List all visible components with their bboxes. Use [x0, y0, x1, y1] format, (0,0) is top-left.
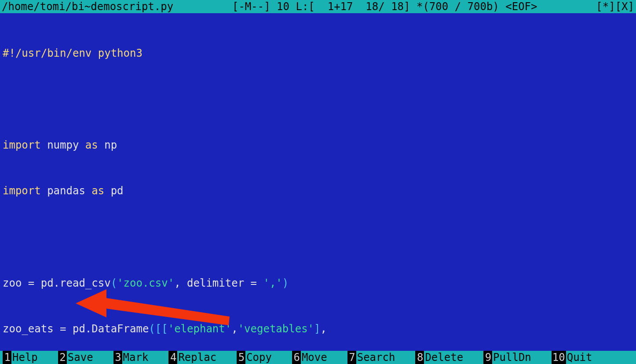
- fkey-move[interactable]: 6Move: [292, 351, 327, 364]
- shebang-text: #!/usr/bin/env python3: [3, 47, 143, 59]
- code-line[interactable]: zoo = pd.read_csv('zoo.csv', delimiter =…: [3, 276, 633, 291]
- editor-titlebar: /home/tomi/bi~demoscript.py [-M--] 10 L:…: [0, 0, 636, 13]
- fkey-quit[interactable]: 10Quit: [552, 351, 592, 364]
- fkey-help[interactable]: 1Help: [3, 351, 38, 364]
- fkey-search[interactable]: 7Search: [347, 351, 395, 364]
- titlebar-path: /home/tomi/bi~demoscript.py: [2, 0, 173, 13]
- fkey-mark[interactable]: 3Mark: [113, 351, 149, 364]
- code-line[interactable]: #!/usr/bin/env python3: [3, 46, 633, 61]
- titlebar-flags: [-M--] 10 L:[ 1+17 18/ 18] *(700 / 700b)…: [232, 0, 537, 13]
- code-line[interactable]: [3, 91, 633, 107]
- editor-viewport[interactable]: #!/usr/bin/env python3 import numpy as n…: [0, 13, 636, 351]
- fkey-save[interactable]: 2Save: [58, 351, 93, 364]
- code-line[interactable]: [3, 229, 633, 245]
- fkey-pulldn[interactable]: 9PullDn: [483, 351, 531, 364]
- code-line[interactable]: import numpy as np: [3, 138, 633, 153]
- code-line[interactable]: zoo_eats = pd.DataFrame([['elephant','ve…: [3, 321, 633, 337]
- fkey-replace[interactable]: 4Replac: [168, 351, 216, 364]
- fkey-delete[interactable]: 8Delete: [415, 351, 463, 364]
- svg-marker-0: [76, 289, 230, 325]
- fkey-copy[interactable]: 5Copy: [237, 351, 272, 364]
- titlebar-right: [*][X]: [596, 0, 634, 13]
- code-line[interactable]: import pandas as pd: [3, 183, 633, 199]
- fkey-bar: 1Help 2Save 3Mark 4Replac 5Copy 6Move 7S…: [0, 351, 636, 364]
